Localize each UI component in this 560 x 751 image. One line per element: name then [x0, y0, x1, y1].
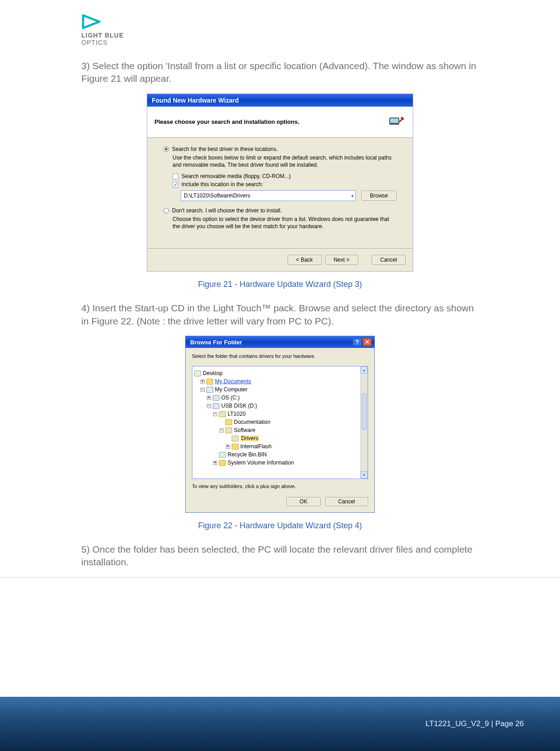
cancel-button[interactable]: Cancel	[372, 255, 406, 265]
radio-dont-search-label: Don't search. I will choose the driver t…	[172, 207, 282, 214]
folder-open-icon	[219, 411, 226, 417]
svg-marker-0	[83, 15, 99, 28]
browse-folder-message: Select the folder that contains drivers …	[192, 353, 368, 359]
tree-node-software[interactable]: − Software	[219, 426, 366, 434]
scroll-thumb[interactable]	[362, 394, 367, 430]
drive-icon	[213, 395, 219, 401]
drive-icon	[213, 403, 219, 409]
wizard-window: Found New Hardware Wizard Please choose …	[147, 94, 413, 272]
tree-node-drivers[interactable]: Drivers	[226, 434, 366, 442]
folder-tree[interactable]: ▴ ▾ Desktop + My Documents −	[192, 366, 368, 479]
ok-button[interactable]: OK	[286, 497, 320, 506]
checkbox-include-location[interactable]: ✓	[173, 182, 178, 188]
tree-node-internalflash[interactable]: + InternalFlash	[226, 442, 366, 451]
logo-line1: LIGHT BLUE	[81, 32, 560, 39]
folder-icon	[206, 379, 213, 385]
svg-rect-2	[390, 118, 398, 123]
computer-icon	[206, 387, 213, 393]
tree-node-mydocs[interactable]: + My Documents	[201, 377, 366, 385]
scroll-up-icon[interactable]: ▴	[361, 366, 368, 374]
figure21-caption: Figure 21 - Hardware Update Wizard (Step…	[81, 280, 479, 289]
logo-icon	[81, 14, 103, 30]
tree-scrollbar[interactable]: ▴ ▾	[360, 366, 368, 479]
tree-node-recyclebin[interactable]: Recycle Bin.BIN	[213, 451, 366, 459]
page-footer: LT1221_UG_V2_9 | Page 26	[0, 697, 560, 751]
dropdown-arrow-icon[interactable]: ▾	[351, 193, 354, 198]
wizard-heading: Please choose your search and installati…	[154, 118, 299, 125]
collapse-icon[interactable]: −	[219, 428, 224, 432]
logo-line2: OPTICS	[81, 39, 560, 46]
collapse-icon[interactable]: −	[201, 388, 205, 392]
checkbox-removable-media[interactable]	[173, 174, 178, 179]
wizard-icon	[386, 112, 406, 132]
figure22-caption: Figure 22 - Hardware Update Wizard (Step…	[81, 521, 479, 530]
browse-folder-note: To view any subfolders, click a plus sig…	[192, 483, 368, 489]
expand-icon[interactable]: +	[201, 380, 205, 384]
expand-icon[interactable]: +	[207, 396, 211, 400]
footer-text: LT1221_UG_V2_9 | Page 26	[425, 719, 524, 728]
back-button[interactable]: < Back	[288, 255, 322, 265]
collapse-icon[interactable]: −	[207, 404, 211, 408]
tree-node-usb-d[interactable]: − USB DISK (D:)	[207, 402, 366, 410]
folder-icon	[219, 460, 226, 466]
driver-path-value: D:\LT1020\Software\Drivers	[184, 192, 250, 199]
step4-text: 4) Insert the Start-up CD in the Light T…	[81, 302, 479, 328]
radio-search-best[interactable]	[163, 146, 169, 152]
step3-text: 3) Select the option 'Install from a lis…	[81, 60, 479, 85]
tree-node-os-c[interactable]: + OS (C:)	[207, 394, 366, 402]
step5-text: 5) Once the folder has been selected, th…	[81, 543, 479, 569]
radio-dont-search[interactable]	[163, 208, 169, 213]
checkbox-removable-media-label: Search removable media (floppy, CD-ROM..…	[182, 173, 291, 179]
checkbox-include-location-label: Include this location in the search:	[182, 181, 263, 188]
opt2-desc: Choose this option to select the device …	[173, 216, 397, 230]
tree-node-lt1020[interactable]: − LT1020	[213, 410, 366, 418]
tree-node-documentation[interactable]: Documentation	[219, 418, 366, 426]
folder-open-icon	[225, 427, 232, 433]
folder-open-icon	[232, 436, 238, 441]
driver-path-input[interactable]: D:\LT1020\Software\Drivers ▾	[181, 190, 356, 201]
expand-icon[interactable]: +	[226, 445, 230, 449]
browse-folder-window: Browse For Folder ? ✕ Select the folder …	[185, 336, 375, 513]
browse-cancel-button[interactable]: Cancel	[325, 497, 368, 506]
scroll-down-icon[interactable]: ▾	[361, 471, 368, 479]
desktop-icon	[194, 371, 201, 376]
help-button[interactable]: ?	[353, 338, 362, 346]
next-button[interactable]: Next >	[325, 255, 358, 265]
recycle-bin-icon	[219, 452, 226, 458]
browse-folder-title: Browse For Folder	[190, 339, 242, 346]
logo: LIGHT BLUE OPTICS	[81, 14, 560, 46]
close-button[interactable]: ✕	[363, 338, 372, 346]
browse-button[interactable]: Browse	[361, 191, 397, 201]
folder-icon	[232, 444, 238, 450]
folder-icon	[225, 419, 232, 425]
collapse-icon[interactable]: −	[213, 412, 217, 416]
wizard-titlebar: Found New Hardware Wizard	[147, 94, 413, 107]
tree-node-mycomputer[interactable]: − My Computer	[201, 385, 366, 394]
opt1-desc: Use the check boxes below to limit or ex…	[173, 154, 397, 169]
radio-search-best-label: Search for the best driver in these loca…	[172, 146, 278, 152]
tree-node-desktop[interactable]: Desktop	[194, 369, 366, 377]
expand-icon[interactable]: +	[213, 461, 217, 465]
tree-node-sysvol[interactable]: + System Volume Information	[213, 459, 366, 467]
